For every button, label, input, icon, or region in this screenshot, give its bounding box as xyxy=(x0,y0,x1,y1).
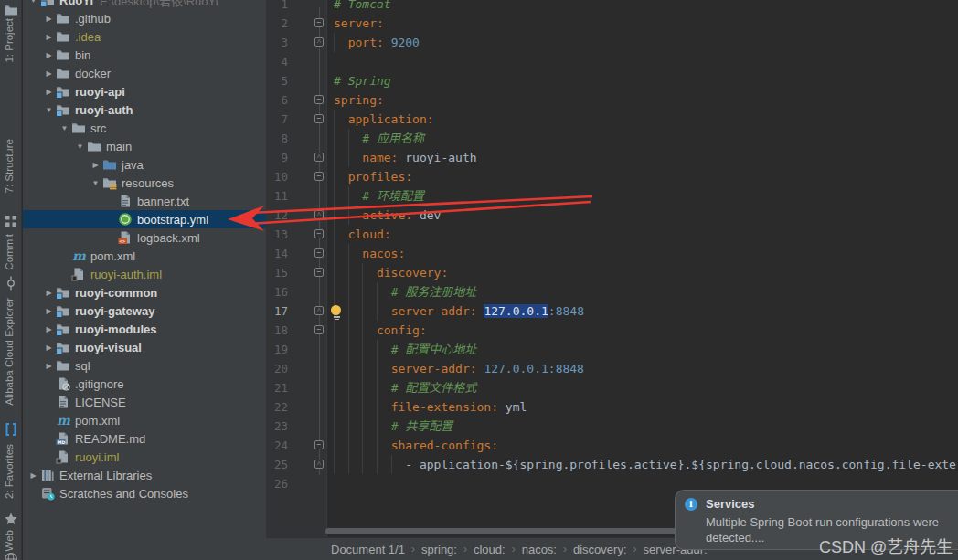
fold-collapse-icon[interactable]: − xyxy=(314,18,324,27)
code-line-19[interactable]: 19 # 配置中心地址 xyxy=(266,340,958,359)
code-line-8[interactable]: 8 # 应用名称 xyxy=(266,129,958,148)
editor-pane[interactable]: 1# Tomcat2−server:3˄ port: 920045# Sprin… xyxy=(266,0,958,537)
star-icon[interactable] xyxy=(4,512,18,526)
brackets-icon[interactable] xyxy=(4,422,18,437)
tree-expander-icon[interactable]: ▶ xyxy=(42,64,56,82)
tree-item-external-libraries[interactable]: ▶External Libraries xyxy=(23,466,266,484)
fold-end-icon[interactable]: ˄ xyxy=(314,37,324,47)
fold-collapse-icon[interactable]: − xyxy=(314,229,324,238)
tree-item-ruoyi-visual[interactable]: ▶ruoyi-visual xyxy=(23,338,266,356)
code-line-13[interactable]: 13− cloud: xyxy=(266,225,958,244)
tree-item-ruoyi-auth.iml[interactable]: ruoyi-auth.iml xyxy=(23,265,266,283)
tree-expander-icon[interactable]: ▶ xyxy=(42,82,56,100)
tree-item-logback.xml[interactable]: <>logback.xml xyxy=(23,228,266,247)
breadcrumb-item[interactable]: Document 1/1 xyxy=(331,543,405,556)
fold-end-icon[interactable]: ˄ xyxy=(314,460,324,469)
tree-expander-icon[interactable]: ▶ xyxy=(42,46,56,64)
commit-icon[interactable] xyxy=(4,276,18,291)
tree-item-ruoyi-common[interactable]: ▶ruoyi-common xyxy=(23,283,266,301)
stripe-button-structure[interactable]: 7: Structure xyxy=(4,139,15,193)
tree-expander-icon[interactable]: ▼ xyxy=(89,174,102,192)
tree-item-license[interactable]: LICENSE xyxy=(23,393,266,411)
code-line-12[interactable]: 12˄ active: dev xyxy=(266,206,958,225)
structure-icon[interactable] xyxy=(4,214,18,228)
tree-expander-icon[interactable]: ▶ xyxy=(42,338,56,356)
tree-item-java[interactable]: ▶java xyxy=(23,155,266,174)
tree-item-ruoyi-auth[interactable]: ▼ruoyi-auth xyxy=(23,100,266,119)
fold-collapse-icon[interactable]: − xyxy=(314,95,324,104)
code-line-21[interactable]: 21 # 配置文件格式 xyxy=(266,378,958,397)
tree-expander-icon[interactable]: ▶ xyxy=(42,356,56,375)
tree-expander-icon[interactable]: ▶ xyxy=(42,320,56,338)
tree-item-.gitignore[interactable]: .gitignore xyxy=(23,375,266,393)
stripe-button-commit[interactable]: Commit xyxy=(4,234,15,270)
code-line-2[interactable]: 2−server: xyxy=(266,14,958,33)
tree-item-pom.xml[interactable]: mpom.xml xyxy=(23,411,266,429)
tree-expander-icon[interactable]: ▶ xyxy=(42,301,56,320)
tree-item-readme.md[interactable]: MDREADME.md xyxy=(23,429,266,448)
stripe-button-web[interactable]: Web xyxy=(4,530,15,551)
code-line-11[interactable]: 11 # 环境配置 xyxy=(266,186,958,206)
fold-end-icon[interactable]: ˄ xyxy=(314,210,324,219)
fold-collapse-icon[interactable]: − xyxy=(314,325,324,334)
tree-item-ruoyi-modules[interactable]: ▶ruoyi-modules xyxy=(23,320,266,338)
tree-expander-icon[interactable]: ▶ xyxy=(42,283,56,301)
tree-item-ruoyi-api[interactable]: ▶ruoyi-api xyxy=(23,82,266,100)
tree-item-ruoyi[interactable]: ▼RuoYiE:\desktop\若依\RuoYi xyxy=(23,0,266,9)
fold-collapse-icon[interactable]: − xyxy=(314,114,324,123)
code-line-18[interactable]: 18− config: xyxy=(266,321,958,340)
code-line-22[interactable]: 22 file-extension: yml xyxy=(266,397,958,417)
code-line-7[interactable]: 7− application: xyxy=(266,110,958,129)
tree-expander-icon[interactable]: ▶ xyxy=(42,27,56,46)
code-line-9[interactable]: 9˄ name: ruoyi-auth xyxy=(266,148,958,167)
code-line-23[interactable]: 23 # 共享配置 xyxy=(266,417,958,436)
tree-item-main[interactable]: ▼main xyxy=(23,137,266,155)
code-line-4[interactable]: 4 xyxy=(266,52,958,71)
tree-item-banner.txt[interactable]: banner.txt xyxy=(23,192,266,210)
tree-item-src[interactable]: ▼src xyxy=(23,119,266,137)
code-line-3[interactable]: 3˄ port: 9200 xyxy=(266,33,958,52)
breadcrumb-item[interactable]: cloud: xyxy=(474,543,506,556)
tree-expander-icon[interactable]: ▶ xyxy=(89,155,102,174)
fold-collapse-icon[interactable]: − xyxy=(314,440,324,449)
globe-icon[interactable] xyxy=(4,552,18,560)
tree-item-scratches-and-consoles[interactable]: Scratches and Consoles xyxy=(23,484,266,502)
code-line-1[interactable]: 1# Tomcat xyxy=(266,0,958,14)
tree-expander-icon[interactable]: ▼ xyxy=(73,137,87,155)
breadcrumb-item[interactable]: spring: xyxy=(421,543,457,556)
code-line-24[interactable]: 24− shared-configs: xyxy=(266,436,958,455)
tree-item-.idea[interactable]: ▶.idea xyxy=(23,27,266,46)
fold-collapse-icon[interactable]: − xyxy=(314,268,324,277)
stripe-button-project[interactable]: 1: Project xyxy=(4,18,15,63)
tree-item-docker[interactable]: ▶docker xyxy=(23,64,266,82)
fold-collapse-icon[interactable]: − xyxy=(314,172,324,181)
folder-mini-icon[interactable] xyxy=(4,3,18,17)
code-line-6[interactable]: 6−spring: xyxy=(266,90,958,110)
code-line-5[interactable]: 5# Spring xyxy=(266,71,958,90)
tree-item-ruoyi.iml[interactable]: ruoyi.iml xyxy=(23,448,266,466)
code-line-16[interactable]: 16 # 服务注册地址 xyxy=(266,282,958,301)
tree-item-bin[interactable]: ▶bin xyxy=(23,46,266,64)
tree-expander-icon[interactable]: ▶ xyxy=(27,466,40,484)
intention-bulb-icon[interactable] xyxy=(331,305,342,316)
code-line-10[interactable]: 10− profiles: xyxy=(266,167,958,186)
tree-item-sql[interactable]: ▶sql xyxy=(23,356,266,375)
tree-item-resources[interactable]: ▼resources xyxy=(23,174,266,192)
tree-expander-icon[interactable]: ▼ xyxy=(42,100,56,119)
tree-item-ruoyi-gateway[interactable]: ▶ruoyi-gateway xyxy=(23,301,266,320)
code-line-14[interactable]: 14− nacos: xyxy=(266,244,958,263)
tree-expander-icon[interactable]: ▼ xyxy=(58,119,71,137)
breadcrumb-item[interactable]: discovery: xyxy=(573,543,627,556)
fold-end-icon[interactable]: ˄ xyxy=(314,153,324,162)
stripe-button-favorites[interactable]: 2: Favorites xyxy=(4,444,15,499)
tree-item-bootstrap.yml[interactable]: bootstrap.yml xyxy=(23,210,266,228)
tree-item-.github[interactable]: ▶.github xyxy=(23,9,266,27)
tree-expander-icon[interactable]: ▼ xyxy=(27,0,40,9)
fold-collapse-icon[interactable]: − xyxy=(314,248,324,258)
code-line-20[interactable]: 20 server-addr: 127.0.0.1:8848 xyxy=(266,359,958,378)
stripe-button-alibaba[interactable]: Alibaba Cloud Explorer xyxy=(4,298,15,406)
code-line-17[interactable]: 17˄ server-addr: 127.0.0.1:8848 xyxy=(266,301,958,321)
code-line-25[interactable]: 25˄ - application-${spring.profiles.acti… xyxy=(266,455,958,474)
tree-expander-icon[interactable]: ▶ xyxy=(42,9,56,27)
fold-end-icon[interactable]: ˄ xyxy=(314,306,324,315)
